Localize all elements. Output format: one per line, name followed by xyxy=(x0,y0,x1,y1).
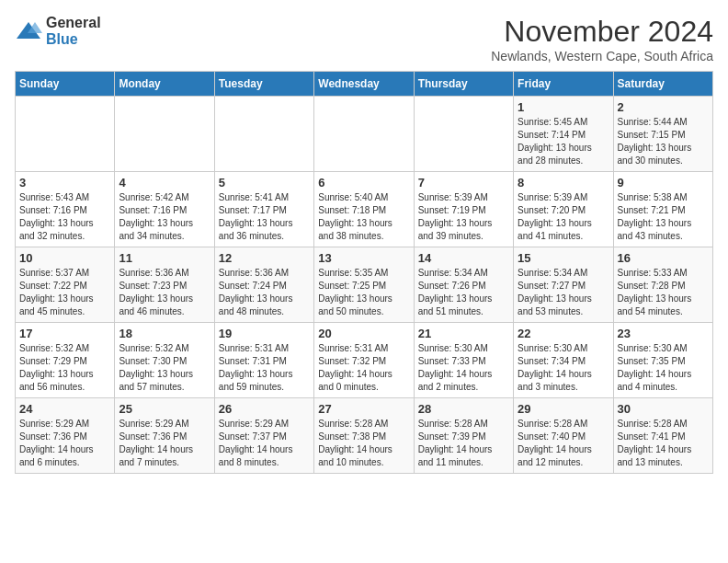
day-number: 25 xyxy=(119,402,210,416)
location-title: Newlands, Western Cape, South Africa xyxy=(491,49,713,63)
day-info: Sunrise: 5:28 AM Sunset: 7:38 PM Dayligh… xyxy=(318,418,409,469)
day-header-saturday: Saturday xyxy=(613,72,712,97)
week-row-3: 10Sunrise: 5:37 AM Sunset: 7:22 PM Dayli… xyxy=(16,247,713,323)
calendar-cell: 15Sunrise: 5:34 AM Sunset: 7:27 PM Dayli… xyxy=(514,247,613,323)
day-number: 4 xyxy=(119,176,210,190)
calendar-cell: 21Sunrise: 5:30 AM Sunset: 7:33 PM Dayli… xyxy=(414,323,513,398)
day-header-tuesday: Tuesday xyxy=(214,72,313,97)
day-number: 30 xyxy=(618,402,709,416)
day-info: Sunrise: 5:28 AM Sunset: 7:39 PM Dayligh… xyxy=(418,418,509,469)
calendar-cell xyxy=(16,97,115,172)
day-number: 14 xyxy=(418,251,509,265)
day-number: 11 xyxy=(119,251,210,265)
day-number: 20 xyxy=(318,327,409,340)
calendar-cell: 12Sunrise: 5:36 AM Sunset: 7:24 PM Dayli… xyxy=(214,247,313,323)
calendar-cell xyxy=(314,97,414,172)
day-info: Sunrise: 5:37 AM Sunset: 7:22 PM Dayligh… xyxy=(19,267,110,318)
logo-icon xyxy=(15,20,42,42)
day-info: Sunrise: 5:30 AM Sunset: 7:35 PM Dayligh… xyxy=(618,342,709,394)
day-number: 15 xyxy=(518,251,609,265)
day-info: Sunrise: 5:41 AM Sunset: 7:17 PM Dayligh… xyxy=(219,191,310,243)
day-number: 23 xyxy=(618,327,709,340)
day-info: Sunrise: 5:29 AM Sunset: 7:36 PM Dayligh… xyxy=(119,418,210,469)
day-number: 27 xyxy=(318,402,409,416)
day-number: 13 xyxy=(318,251,409,265)
calendar-cell: 20Sunrise: 5:31 AM Sunset: 7:32 PM Dayli… xyxy=(314,323,414,398)
day-info: Sunrise: 5:38 AM Sunset: 7:21 PM Dayligh… xyxy=(618,191,709,243)
day-info: Sunrise: 5:31 AM Sunset: 7:32 PM Dayligh… xyxy=(318,342,409,394)
day-number: 22 xyxy=(518,327,609,340)
calendar-cell: 6Sunrise: 5:40 AM Sunset: 7:18 PM Daylig… xyxy=(314,172,414,247)
calendar-cell xyxy=(115,97,214,172)
calendar-cell: 16Sunrise: 5:33 AM Sunset: 7:28 PM Dayli… xyxy=(613,247,712,323)
day-info: Sunrise: 5:40 AM Sunset: 7:18 PM Dayligh… xyxy=(318,191,409,243)
calendar-cell: 14Sunrise: 5:34 AM Sunset: 7:26 PM Dayli… xyxy=(414,247,513,323)
day-info: Sunrise: 5:36 AM Sunset: 7:24 PM Dayligh… xyxy=(219,267,310,318)
calendar-cell: 27Sunrise: 5:28 AM Sunset: 7:38 PM Dayli… xyxy=(314,398,414,474)
calendar-cell: 13Sunrise: 5:35 AM Sunset: 7:25 PM Dayli… xyxy=(314,247,414,323)
calendar-cell: 3Sunrise: 5:43 AM Sunset: 7:16 PM Daylig… xyxy=(16,172,115,247)
day-number: 3 xyxy=(19,176,110,190)
calendar-cell: 28Sunrise: 5:28 AM Sunset: 7:39 PM Dayli… xyxy=(414,398,513,474)
day-number: 21 xyxy=(418,327,509,340)
day-info: Sunrise: 5:39 AM Sunset: 7:20 PM Dayligh… xyxy=(518,191,609,243)
calendar-cell: 25Sunrise: 5:29 AM Sunset: 7:36 PM Dayli… xyxy=(115,398,214,474)
day-number: 29 xyxy=(518,402,609,416)
day-number: 10 xyxy=(19,251,110,265)
day-info: Sunrise: 5:34 AM Sunset: 7:26 PM Dayligh… xyxy=(418,267,509,318)
calendar-cell: 22Sunrise: 5:30 AM Sunset: 7:34 PM Dayli… xyxy=(514,323,613,398)
calendar-cell: 10Sunrise: 5:37 AM Sunset: 7:22 PM Dayli… xyxy=(16,247,115,323)
title-section: November 2024 Newlands, Western Cape, So… xyxy=(491,15,713,63)
day-info: Sunrise: 5:31 AM Sunset: 7:31 PM Dayligh… xyxy=(219,342,310,394)
day-number: 9 xyxy=(618,176,709,190)
day-info: Sunrise: 5:39 AM Sunset: 7:19 PM Dayligh… xyxy=(418,191,509,243)
day-number: 6 xyxy=(318,176,409,190)
page-header: General Blue November 2024 Newlands, Wes… xyxy=(15,15,713,63)
day-info: Sunrise: 5:33 AM Sunset: 7:28 PM Dayligh… xyxy=(618,267,709,318)
day-number: 1 xyxy=(518,100,609,114)
calendar-cell xyxy=(214,97,313,172)
calendar-cell: 11Sunrise: 5:36 AM Sunset: 7:23 PM Dayli… xyxy=(115,247,214,323)
calendar-cell: 24Sunrise: 5:29 AM Sunset: 7:36 PM Dayli… xyxy=(16,398,115,474)
logo-general-text: General xyxy=(46,15,101,30)
day-number: 28 xyxy=(418,402,509,416)
calendar-cell: 2Sunrise: 5:44 AM Sunset: 7:15 PM Daylig… xyxy=(613,97,712,172)
day-header-monday: Monday xyxy=(115,72,214,97)
calendar-cell xyxy=(414,97,513,172)
day-info: Sunrise: 5:30 AM Sunset: 7:34 PM Dayligh… xyxy=(518,342,609,394)
day-number: 2 xyxy=(618,100,709,114)
day-info: Sunrise: 5:28 AM Sunset: 7:41 PM Dayligh… xyxy=(618,418,709,469)
day-info: Sunrise: 5:35 AM Sunset: 7:25 PM Dayligh… xyxy=(318,267,409,318)
day-info: Sunrise: 5:42 AM Sunset: 7:16 PM Dayligh… xyxy=(119,191,210,243)
day-info: Sunrise: 5:43 AM Sunset: 7:16 PM Dayligh… xyxy=(19,191,110,243)
week-row-5: 24Sunrise: 5:29 AM Sunset: 7:36 PM Dayli… xyxy=(16,398,713,474)
calendar-cell: 23Sunrise: 5:30 AM Sunset: 7:35 PM Dayli… xyxy=(613,323,712,398)
day-number: 8 xyxy=(518,176,609,190)
calendar-table: SundayMondayTuesdayWednesdayThursdayFrid… xyxy=(15,71,713,474)
calendar-cell: 4Sunrise: 5:42 AM Sunset: 7:16 PM Daylig… xyxy=(115,172,214,247)
calendar-cell: 29Sunrise: 5:28 AM Sunset: 7:40 PM Dayli… xyxy=(514,398,613,474)
day-number: 19 xyxy=(219,327,310,340)
day-info: Sunrise: 5:32 AM Sunset: 7:29 PM Dayligh… xyxy=(19,342,110,394)
calendar-cell: 8Sunrise: 5:39 AM Sunset: 7:20 PM Daylig… xyxy=(514,172,613,247)
day-header-thursday: Thursday xyxy=(414,72,513,97)
calendar-cell: 19Sunrise: 5:31 AM Sunset: 7:31 PM Dayli… xyxy=(214,323,313,398)
week-row-2: 3Sunrise: 5:43 AM Sunset: 7:16 PM Daylig… xyxy=(16,172,713,247)
day-header-sunday: Sunday xyxy=(16,72,115,97)
month-title: November 2024 xyxy=(491,15,713,49)
calendar-cell: 17Sunrise: 5:32 AM Sunset: 7:29 PM Dayli… xyxy=(16,323,115,398)
day-info: Sunrise: 5:34 AM Sunset: 7:27 PM Dayligh… xyxy=(518,267,609,318)
logo: General Blue xyxy=(15,15,101,48)
day-header-friday: Friday xyxy=(514,72,613,97)
day-number: 7 xyxy=(418,176,509,190)
calendar-cell: 30Sunrise: 5:28 AM Sunset: 7:41 PM Dayli… xyxy=(613,398,712,474)
week-row-1: 1Sunrise: 5:45 AM Sunset: 7:14 PM Daylig… xyxy=(16,97,713,172)
day-info: Sunrise: 5:29 AM Sunset: 7:36 PM Dayligh… xyxy=(19,418,110,469)
logo-blue-text: Blue xyxy=(46,31,78,47)
day-number: 26 xyxy=(219,402,310,416)
calendar-cell: 26Sunrise: 5:29 AM Sunset: 7:37 PM Dayli… xyxy=(214,398,313,474)
day-number: 16 xyxy=(618,251,709,265)
day-info: Sunrise: 5:36 AM Sunset: 7:23 PM Dayligh… xyxy=(119,267,210,318)
day-info: Sunrise: 5:29 AM Sunset: 7:37 PM Dayligh… xyxy=(219,418,310,469)
week-row-4: 17Sunrise: 5:32 AM Sunset: 7:29 PM Dayli… xyxy=(16,323,713,398)
